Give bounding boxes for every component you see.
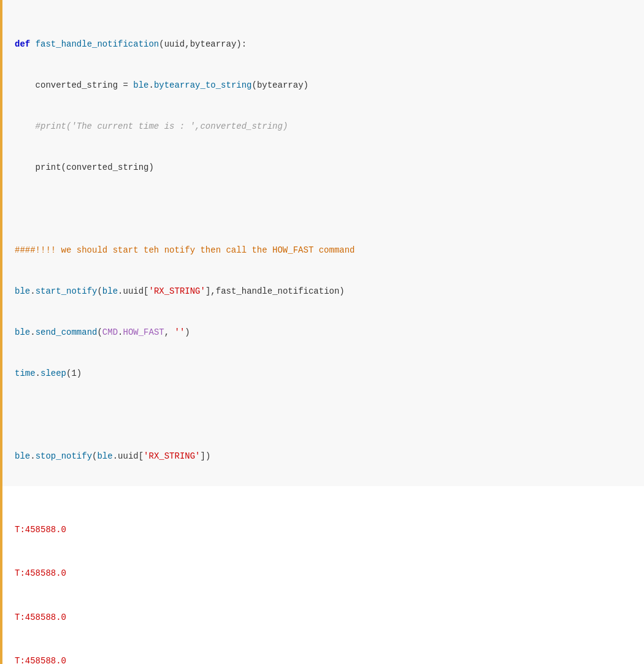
code-line-5 [15, 202, 632, 215]
output-line-4: T:458588.0 [15, 654, 632, 664]
output-section: T:458588.0 T:458588.0 T:458588.0 T:45858… [0, 486, 644, 664]
code-line-2: converted_string = ble.bytearray_to_stri… [15, 78, 632, 92]
code-line-9: time.sleep(1) [15, 367, 632, 380]
output-line-2: T:458588.0 [15, 567, 632, 581]
code-line-4: print(converted_string) [15, 161, 632, 174]
code-line-1: def fast_handle_notification(uuid,bytear… [15, 37, 632, 51]
code-line-3: #print('The current time is : ',converte… [15, 120, 632, 133]
code-line-10 [15, 408, 632, 421]
code-line-6: ####!!!! we should start teh notify then… [15, 243, 632, 257]
code-line-11: ble.stop_notify(ble.uuid['RX_STRING']) [15, 449, 632, 463]
output-line-1: T:458588.0 [15, 523, 632, 538]
output-line-3: T:458588.0 [15, 611, 632, 625]
code-section: def fast_handle_notification(uuid,bytear… [0, 0, 644, 486]
code-line-8: ble.send_command(CMD.HOW_FAST, '') [15, 326, 632, 339]
code-line-7: ble.start_notify(ble.uuid['RX_STRING'],f… [15, 284, 632, 298]
